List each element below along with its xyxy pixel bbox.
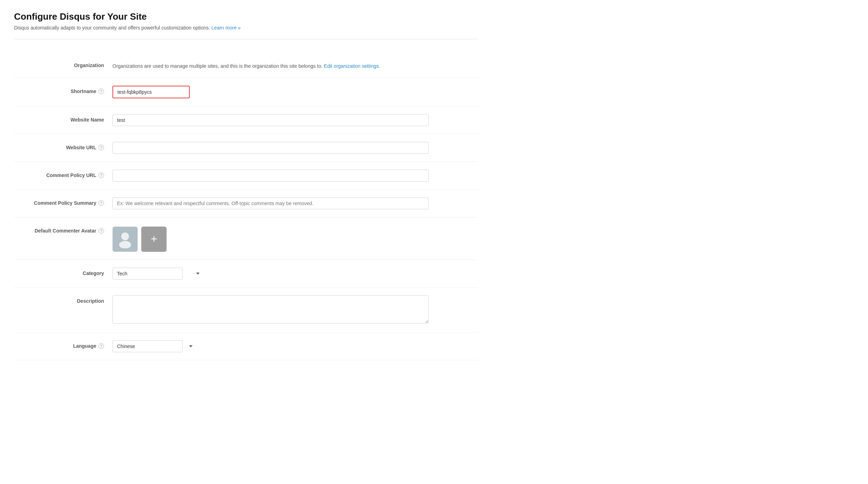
shortname-control bbox=[112, 86, 429, 98]
organization-control: Organizations are used to manage multipl… bbox=[112, 60, 429, 70]
category-select-wrapper: Tech News Sports Entertainment Science &… bbox=[112, 268, 204, 280]
category-control: Tech News Sports Entertainment Science &… bbox=[112, 268, 429, 280]
language-row: Language ? Chinese English French German… bbox=[14, 333, 478, 360]
section-divider bbox=[14, 39, 478, 39]
website-name-input[interactable] bbox=[112, 114, 429, 126]
comment-policy-url-help-icon[interactable]: ? bbox=[98, 172, 104, 178]
avatar-row: Default Commenter Avatar ? + bbox=[14, 217, 478, 260]
language-help-icon[interactable]: ? bbox=[98, 343, 104, 349]
organization-row: Organization Organizations are used to m… bbox=[14, 52, 478, 78]
learn-more-link[interactable]: Learn more » bbox=[212, 25, 241, 31]
avatar-person-icon bbox=[116, 230, 134, 248]
comment-policy-url-row: Comment Policy URL ? bbox=[14, 162, 478, 190]
description-control bbox=[112, 295, 429, 325]
website-url-help-icon[interactable]: ? bbox=[98, 145, 104, 150]
description-label: Description bbox=[14, 295, 112, 304]
website-url-row: Website URL ? bbox=[14, 134, 478, 162]
avatar-section: + bbox=[112, 225, 429, 252]
page-container: Configure Disqus for Your Site Disqus au… bbox=[0, 0, 492, 372]
description-textarea[interactable] bbox=[112, 295, 429, 323]
settings-form: Organization Organizations are used to m… bbox=[14, 52, 478, 360]
language-select-wrapper: Chinese English French German Spanish Ja… bbox=[112, 340, 197, 352]
avatar-current bbox=[112, 227, 138, 252]
shortname-row: Shortname ? bbox=[14, 78, 478, 106]
svg-point-1 bbox=[119, 241, 131, 248]
avatar-help-icon[interactable]: ? bbox=[98, 228, 104, 234]
website-name-label: Website Name bbox=[14, 114, 112, 123]
comment-policy-summary-row: Comment Policy Summary ? bbox=[14, 190, 478, 217]
avatar-label: Default Commenter Avatar ? bbox=[14, 225, 112, 234]
subtitle-text: Disqus automatically adapts to your comm… bbox=[14, 25, 210, 31]
category-select[interactable]: Tech News Sports Entertainment Science &… bbox=[112, 268, 183, 280]
comment-policy-summary-input[interactable] bbox=[112, 197, 429, 209]
comment-policy-url-label: Comment Policy URL ? bbox=[14, 170, 112, 178]
language-control: Chinese English French German Spanish Ja… bbox=[112, 340, 429, 352]
website-name-row: Website Name bbox=[14, 106, 478, 134]
category-row: Category Tech News Sports Entertainment … bbox=[14, 260, 478, 288]
shortname-help-icon[interactable]: ? bbox=[98, 89, 104, 94]
category-label: Category bbox=[14, 268, 112, 276]
language-select[interactable]: Chinese English French German Spanish Ja… bbox=[112, 340, 183, 352]
organization-label: Organization bbox=[14, 60, 112, 68]
organization-description: Organizations are used to manage multipl… bbox=[112, 60, 429, 70]
edit-org-link[interactable]: Edit organization settings. bbox=[324, 63, 380, 69]
description-row: Description bbox=[14, 288, 478, 333]
website-url-label: Website URL ? bbox=[14, 142, 112, 150]
website-url-control bbox=[112, 142, 429, 154]
comment-policy-summary-label: Comment Policy Summary ? bbox=[14, 197, 112, 206]
page-title: Configure Disqus for Your Site bbox=[14, 11, 478, 22]
website-name-control bbox=[112, 114, 429, 126]
svg-point-0 bbox=[121, 233, 129, 240]
shortname-input[interactable] bbox=[112, 86, 190, 98]
comment-policy-summary-control bbox=[112, 197, 429, 209]
plus-icon: + bbox=[151, 233, 157, 244]
shortname-label: Shortname ? bbox=[14, 86, 112, 94]
language-label: Language ? bbox=[14, 340, 112, 349]
comment-policy-url-control bbox=[112, 170, 429, 182]
page-subtitle: Disqus automatically adapts to your comm… bbox=[14, 25, 478, 31]
avatar-add-button[interactable]: + bbox=[141, 227, 167, 252]
avatar-control: + bbox=[112, 225, 429, 252]
comment-policy-summary-help-icon[interactable]: ? bbox=[98, 200, 104, 206]
comment-policy-url-input[interactable] bbox=[112, 170, 429, 182]
website-url-input[interactable] bbox=[112, 142, 429, 154]
